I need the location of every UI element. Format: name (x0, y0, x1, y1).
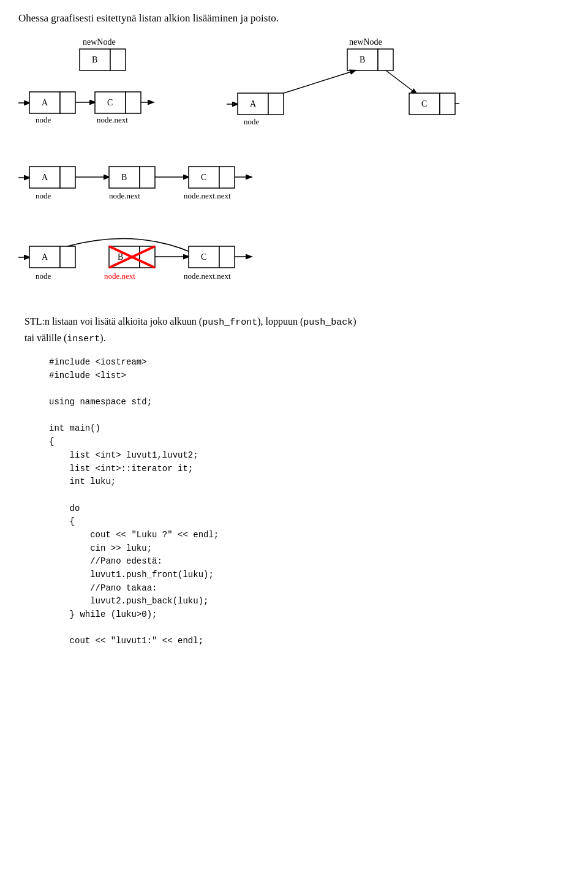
svg-rect-24 (268, 93, 284, 115)
svg-rect-11 (126, 92, 141, 113)
diagram-insert-before: newNode B A C node node.next (18, 36, 190, 140)
code-example: #include <iostream> #include <list> usin… (49, 356, 570, 648)
insert-code: insert (67, 334, 100, 344)
svg-text:newNode: newNode (83, 37, 116, 47)
diagram-row-2: A B C node node.next node.next.next (18, 152, 570, 216)
svg-line-20 (282, 70, 355, 94)
svg-rect-49 (60, 246, 75, 268)
diagram-delete: A B C node node.next node.next.next (18, 227, 374, 294)
svg-text:node.next: node.next (97, 115, 128, 124)
svg-text:node: node (36, 271, 51, 281)
svg-rect-37 (140, 167, 155, 188)
svg-text:A: A (42, 252, 48, 262)
diagram-row-1: newNode B A C node node.next (18, 36, 570, 140)
svg-text:B: B (92, 55, 97, 64)
svg-text:node: node (244, 117, 260, 126)
push-front-code: push_front (202, 317, 257, 328)
svg-rect-18 (378, 49, 393, 70)
diagram-insert-after: newNode B A C node (227, 36, 459, 140)
svg-line-19 (386, 70, 417, 94)
diagram-after-insert: A B C node node.next node.next.next (18, 152, 374, 213)
svg-rect-7 (60, 92, 75, 113)
svg-text:B: B (121, 173, 127, 182)
svg-text:C: C (201, 252, 206, 262)
intro-text: Ohessa graafisesti esitettynä listan alk… (18, 12, 570, 25)
svg-rect-58 (219, 246, 235, 268)
svg-text:C: C (201, 173, 206, 182)
svg-text:C: C (421, 99, 427, 108)
svg-rect-3 (110, 49, 126, 70)
svg-text:node.next: node.next (104, 271, 135, 281)
diagram-row-3: A B C node node.next node.next.next (18, 227, 570, 296)
diagrams-section: newNode B A C node node.next (18, 36, 570, 301)
svg-text:node: node (36, 115, 51, 124)
svg-text:A: A (42, 173, 48, 182)
svg-text:node: node (36, 191, 51, 200)
push-back-code: push_back (303, 317, 353, 328)
svg-rect-41 (219, 167, 235, 188)
svg-text:A: A (250, 99, 257, 108)
svg-text:newNode: newNode (349, 37, 382, 47)
svg-text:node.next: node.next (109, 191, 140, 200)
svg-text:node.next.next: node.next.next (184, 191, 231, 200)
svg-rect-27 (440, 93, 455, 115)
svg-text:C: C (107, 98, 113, 107)
svg-rect-33 (60, 167, 75, 188)
stl-description: STL:n listaan voi lisätä alkioita joko a… (24, 314, 570, 347)
svg-text:A: A (42, 98, 48, 107)
svg-text:B: B (360, 55, 365, 64)
svg-text:node.next.next: node.next.next (184, 271, 231, 281)
